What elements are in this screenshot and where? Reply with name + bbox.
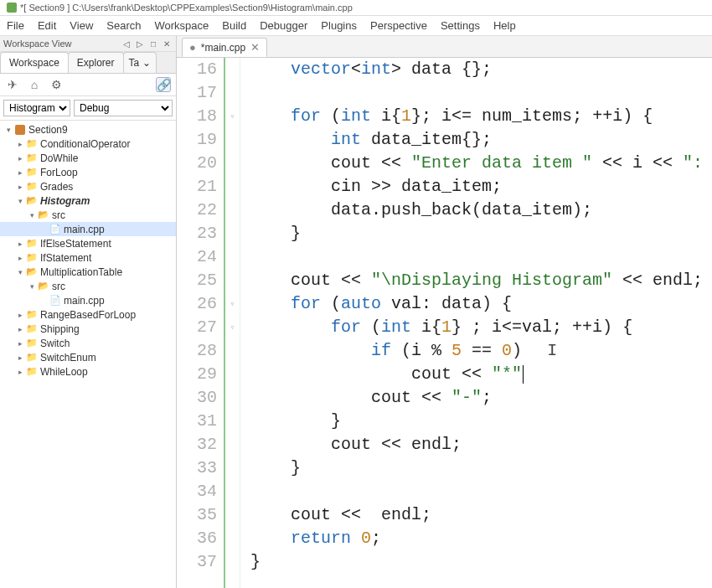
tree-row[interactable]: ▾Histogram — [0, 193, 176, 208]
code-line[interactable]: } — [250, 410, 712, 433]
tree-row[interactable]: ▾src — [0, 208, 176, 222]
code-line[interactable]: for (auto val: data) { — [250, 292, 712, 316]
code-line[interactable]: } — [250, 222, 712, 245]
tab-explorer[interactable]: Explorer — [68, 52, 124, 73]
maximize-icon[interactable]: □ — [147, 38, 159, 49]
code-line[interactable] — [250, 480, 712, 503]
tree-row[interactable]: ▸WhileLoop — [0, 364, 176, 379]
fold-marker[interactable]: ▿ — [225, 292, 240, 316]
menu-search[interactable]: Search — [106, 19, 141, 32]
tree-row[interactable]: ▸IfElseStatement — [0, 236, 176, 250]
tree-row[interactable]: ▾Section9 — [0, 122, 176, 137]
code-line[interactable]: cin >> data_item; — [250, 175, 712, 199]
config-select[interactable]: Debug — [74, 100, 173, 116]
code-line[interactable]: data.push_back(data_item); — [250, 199, 712, 222]
twisty-icon[interactable]: ▸ — [15, 240, 25, 248]
menu-help[interactable]: Help — [493, 19, 516, 32]
line-number: 30 — [177, 386, 217, 410]
tree-row[interactable]: ▾src — [0, 279, 176, 293]
collapse-right-icon[interactable]: ▷ — [134, 38, 146, 49]
collapse-left-icon[interactable]: ◁ — [121, 38, 132, 49]
code-line[interactable]: return 0; — [250, 527, 712, 550]
fold-marker — [225, 81, 240, 105]
fold-marker[interactable]: ▿ — [225, 105, 240, 128]
tree-row[interactable]: ▸DoWhile — [0, 151, 176, 165]
twisty-icon[interactable]: ▾ — [15, 268, 25, 276]
code-line[interactable]: if (i % 5 == 0)I — [250, 339, 712, 363]
menu-perspective[interactable]: Perspective — [370, 19, 427, 32]
code-line[interactable]: } — [250, 456, 712, 480]
gear-icon[interactable]: ⚙ — [49, 77, 64, 92]
fold-column[interactable]: ▿▿▿ — [225, 58, 240, 588]
code-line[interactable]: for (int i{1} ; i<=val; ++i) { — [250, 316, 712, 339]
home-icon[interactable]: ⌂ — [27, 77, 42, 92]
menu-workspace[interactable]: Workspace — [155, 19, 209, 32]
menu-edit[interactable]: Edit — [38, 19, 56, 32]
tree-row[interactable]: ▸RangeBasedForLoop — [0, 307, 176, 322]
menu-view[interactable]: View — [70, 19, 93, 32]
project-select[interactable]: Histogram — [3, 100, 70, 116]
tab-more[interactable]: Ta ⌄ — [123, 52, 157, 73]
twisty-icon[interactable]: ▸ — [15, 183, 25, 191]
menubar: FileEditViewSearchWorkspaceBuildDebugger… — [0, 16, 712, 36]
twisty-icon[interactable]: ▸ — [15, 353, 25, 362]
modified-dot-icon: ● — [189, 41, 196, 54]
twisty-icon[interactable]: ▾ — [3, 126, 13, 134]
tree-row[interactable]: ▸Shipping — [0, 322, 176, 336]
send-icon[interactable]: ✈ — [5, 77, 20, 92]
close-panel-icon[interactable]: ✕ — [161, 38, 173, 49]
code-line[interactable]: cout << "-"; — [250, 386, 712, 410]
close-icon[interactable]: ✕ — [250, 41, 260, 54]
tree-row[interactable]: ▸SwitchEnum — [0, 350, 176, 364]
line-number: 21 — [177, 175, 217, 199]
tree-row[interactable]: ▸Switch — [0, 336, 176, 350]
menu-debugger[interactable]: Debugger — [260, 19, 307, 32]
twisty-icon[interactable]: ▾ — [15, 197, 25, 205]
twisty-icon[interactable]: ▸ — [15, 325, 25, 333]
code-line[interactable]: } — [250, 550, 712, 574]
twisty-icon[interactable]: ▾ — [27, 282, 37, 291]
twisty-icon[interactable]: ▸ — [15, 368, 25, 376]
code-line[interactable]: int data_item{}; — [250, 128, 712, 152]
code-content[interactable]: vector<int> data {}; for (int i{1}; i<= … — [240, 58, 712, 588]
code-line[interactable] — [250, 245, 712, 269]
tree-row[interactable]: ▸Grades — [0, 179, 176, 193]
menu-file[interactable]: File — [7, 19, 24, 32]
tab-workspace[interactable]: Workspace — [0, 52, 69, 73]
code-line[interactable]: cout << "Enter data item " << i << ": "; — [250, 152, 712, 175]
fold-marker — [225, 433, 240, 456]
code-editor[interactable]: 1617181920212223242526272829303132333435… — [177, 58, 712, 588]
tree-label: DoWhile — [40, 152, 78, 164]
link-icon[interactable]: 🔗 — [156, 77, 171, 92]
fold-marker — [225, 550, 240, 574]
tree-row[interactable]: ▾MultiplicationTable — [0, 265, 176, 279]
twisty-icon[interactable]: ▸ — [15, 168, 25, 177]
menu-build[interactable]: Build — [222, 19, 246, 32]
code-line[interactable]: for (int i{1}; i<= num_items; ++i) { — [250, 105, 712, 128]
twisty-icon[interactable]: ▸ — [15, 311, 25, 319]
menu-settings[interactable]: Settings — [441, 19, 480, 32]
tree-row[interactable]: ▸ConditionalOperator — [0, 137, 176, 151]
twisty-icon[interactable]: ▾ — [27, 211, 37, 219]
twisty-icon[interactable]: ▸ — [15, 154, 25, 162]
code-line[interactable]: cout << endl; — [250, 433, 712, 456]
tree-label: IfStatement — [40, 252, 91, 264]
twisty-icon[interactable]: ▸ — [15, 339, 25, 348]
tree-row[interactable]: ▸IfStatement — [0, 250, 176, 265]
menu-plugins[interactable]: Plugins — [321, 19, 357, 32]
tree-row[interactable]: ▸ForLoop — [0, 165, 176, 179]
code-line[interactable]: cout << endl; — [250, 503, 712, 527]
twisty-icon[interactable]: ▸ — [15, 254, 25, 262]
code-line[interactable]: cout << "*" — [250, 363, 712, 386]
code-line[interactable]: vector<int> data {}; — [250, 58, 712, 81]
code-line[interactable] — [250, 81, 712, 105]
line-number: 34 — [177, 480, 217, 503]
fold-marker — [225, 386, 240, 410]
fold-marker[interactable]: ▿ — [225, 316, 240, 339]
code-line[interactable]: cout << "\nDisplaying Histogram" << endl… — [250, 269, 712, 292]
twisty-icon[interactable]: ▸ — [15, 140, 25, 148]
file-tree[interactable]: ▾Section9▸ConditionalOperator▸DoWhile▸Fo… — [0, 121, 176, 588]
tree-row[interactable]: main.cpp — [0, 222, 176, 236]
tree-row[interactable]: main.cpp — [0, 293, 176, 307]
editor-tab-main[interactable]: ● *main.cpp ✕ — [182, 38, 267, 57]
